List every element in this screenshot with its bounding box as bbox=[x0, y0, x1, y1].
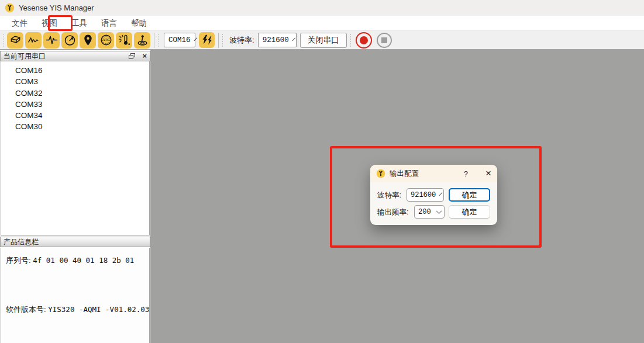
port-select[interactable]: COM16 bbox=[164, 33, 195, 47]
port-list-item[interactable]: COM33 bbox=[1, 99, 149, 110]
app-window: Yesense YIS Manager 文件 视图 工具 语言 帮助 bbox=[0, 0, 644, 343]
baud-rate-value: 921600 bbox=[263, 36, 289, 44]
utc-clock-button[interactable]: UTC bbox=[98, 32, 114, 48]
toolbar-separator bbox=[154, 33, 154, 48]
serial-number-row: 序列号: 4f 01 00 40 01 18 2b 01 bbox=[6, 255, 149, 266]
location-pin-icon bbox=[81, 33, 95, 47]
dialog-baud-select[interactable]: 921600 bbox=[407, 188, 444, 202]
toolbar-grip[interactable] bbox=[349, 33, 352, 47]
record-button[interactable] bbox=[356, 32, 372, 48]
menubar: 文件 视图 工具 语言 帮助 bbox=[0, 16, 644, 30]
software-version-row: 软件版本号: YIS320 -AQMI -V01.02.03; bbox=[6, 304, 149, 315]
serial-number-value: 4f 01 00 40 01 18 2b 01 bbox=[33, 256, 134, 265]
product-info-panel-header: 产品信息栏 bbox=[0, 237, 150, 247]
product-info-title: 产品信息栏 bbox=[4, 237, 39, 247]
utc-clock-icon: UTC bbox=[99, 33, 113, 47]
toolbar-grip[interactable] bbox=[2, 33, 5, 47]
cube-3d-view-button[interactable] bbox=[7, 32, 23, 48]
angle-wave-icon bbox=[27, 33, 40, 47]
menu-item-tools[interactable]: 工具 bbox=[66, 16, 93, 30]
dialog-baud-ok-button[interactable]: 确定 bbox=[449, 188, 490, 202]
menu-item-view[interactable]: 视图 bbox=[36, 16, 63, 30]
stop-button[interactable] bbox=[377, 33, 392, 48]
port-list-item[interactable]: COM32 bbox=[1, 88, 149, 99]
software-version-value: YIS320 -AQMI -V01.02.03; bbox=[48, 305, 154, 314]
chevron-down-icon bbox=[436, 208, 442, 214]
port-list-item[interactable]: COM16 bbox=[1, 65, 149, 76]
port-select-value: COM16 bbox=[168, 36, 191, 44]
angle-wave-button[interactable] bbox=[25, 32, 42, 48]
ports-panel-header: 当前可用串口 × bbox=[0, 51, 150, 61]
baud-rate-select[interactable]: 921600 bbox=[258, 33, 297, 47]
joystick-icon bbox=[136, 33, 149, 47]
port-list-item[interactable]: COM30 bbox=[1, 121, 149, 132]
menu-item-file[interactable]: 文件 bbox=[6, 16, 33, 30]
dialog-frequency-label: 输出频率: bbox=[377, 207, 408, 217]
dialog-help-icon[interactable]: ? bbox=[464, 169, 468, 178]
pulse-wave-icon bbox=[45, 33, 58, 47]
software-version-label: 软件版本号: bbox=[6, 305, 46, 314]
dialog-baud-label: 波特率: bbox=[377, 190, 401, 200]
port-list-item[interactable]: COM3 bbox=[1, 76, 149, 87]
dialog-title: 输出配置 bbox=[390, 169, 464, 179]
gauge-icon bbox=[63, 33, 77, 47]
dialog-logo-icon bbox=[376, 169, 385, 178]
baud-rate-label: 波特率: bbox=[229, 35, 254, 46]
toolbar-grip[interactable] bbox=[221, 33, 224, 47]
dialog-frequency-value: 200 bbox=[418, 208, 431, 216]
output-config-dialog: 输出配置 ? × 波特率: 921600 确定 输出频率: 200 确定 bbox=[370, 165, 497, 225]
pulse-wave-button[interactable] bbox=[43, 32, 60, 48]
record-icon bbox=[360, 36, 368, 44]
dialog-baud-row: 波特率: 921600 确定 bbox=[370, 188, 497, 202]
chevron-down-icon bbox=[194, 37, 197, 41]
dialog-baud-value: 921600 bbox=[411, 191, 436, 199]
menu-item-language[interactable]: 语言 bbox=[95, 16, 123, 30]
window-title: Yesense YIS Manager bbox=[19, 4, 94, 12]
toolbar-separator bbox=[218, 33, 219, 48]
stop-icon bbox=[381, 37, 387, 43]
dialog-titlebar: 输出配置 ? × bbox=[370, 165, 497, 182]
dialog-frequency-select[interactable]: 200 bbox=[414, 205, 445, 219]
ports-list: COM16 COM3 COM32 COM33 COM34 COM30 bbox=[1, 61, 150, 235]
close-panel-icon[interactable]: × bbox=[142, 53, 147, 59]
joystick-button[interactable] bbox=[134, 32, 150, 48]
chevron-down-icon bbox=[292, 37, 295, 41]
toolbar: UTC COM16 bbox=[0, 30, 644, 50]
serial-number-label: 序列号: bbox=[6, 256, 31, 265]
refresh-ports-button[interactable] bbox=[199, 32, 215, 48]
app-logo-icon bbox=[5, 3, 15, 13]
dialog-frequency-ok-button[interactable]: 确定 bbox=[449, 205, 490, 219]
port-list-item[interactable]: COM34 bbox=[1, 110, 149, 121]
thermometer-icon bbox=[118, 33, 131, 47]
thermometer-button[interactable] bbox=[116, 32, 132, 48]
window-titlebar: Yesense YIS Manager bbox=[0, 0, 644, 16]
dialog-close-icon[interactable]: × bbox=[485, 169, 491, 178]
svg-text:UTC: UTC bbox=[104, 38, 109, 41]
chevron-down-icon bbox=[439, 192, 443, 196]
gauge-button[interactable] bbox=[61, 32, 78, 48]
float-panel-icon[interactable] bbox=[129, 53, 135, 59]
ports-panel-title: 当前可用串口 bbox=[4, 51, 46, 61]
product-info-panel: 序列号: 4f 01 00 40 01 18 2b 01 软件版本号: YIS3… bbox=[1, 248, 150, 343]
double-lightning-icon bbox=[201, 34, 213, 46]
dialog-frequency-row: 输出频率: 200 确定 bbox=[370, 205, 497, 219]
toolbar-grip[interactable] bbox=[157, 33, 160, 47]
location-button[interactable] bbox=[80, 32, 96, 48]
cube-3d-icon bbox=[9, 33, 22, 47]
menu-item-help[interactable]: 帮助 bbox=[125, 16, 153, 30]
close-serial-port-button[interactable]: 关闭串口 bbox=[300, 33, 347, 48]
